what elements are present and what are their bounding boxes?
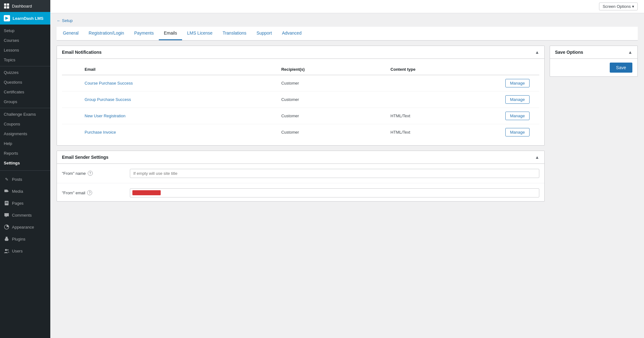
sidebar-item-coupons[interactable]: Coupons: [0, 119, 50, 129]
recipients-col-header: Recipient(s): [277, 64, 386, 75]
appearance-icon: [4, 224, 9, 230]
from-name-label: "From" name ?: [62, 169, 125, 176]
from-email-help-icon[interactable]: ?: [87, 190, 92, 195]
table-row: Group Purchase Success Customer Manage: [62, 91, 539, 108]
manage-cell-3: Manage: [502, 124, 539, 141]
email-name-cell-0: Course Purchase Success: [81, 75, 277, 91]
toggle-cell-3: [62, 124, 81, 141]
email-name-cell-1: Group Purchase Success: [81, 91, 277, 108]
tab-lms-license[interactable]: LMS License: [182, 27, 218, 40]
sidebar-item-dashboard[interactable]: Dashboard: [0, 0, 50, 12]
breadcrumb: ← Setup: [57, 18, 638, 23]
recipients-cell-0: Customer: [277, 75, 386, 91]
sidebar-item-posts[interactable]: ✎ Posts: [0, 173, 50, 185]
save-button[interactable]: Save: [610, 63, 632, 73]
toggle-cell-2: [62, 108, 81, 124]
email-link-1[interactable]: Group Purchase Success: [85, 97, 131, 102]
tab-advanced[interactable]: Advanced: [277, 27, 307, 40]
dashboard-icon: [4, 3, 9, 9]
manage-button-1[interactable]: Manage: [505, 95, 530, 104]
email-notifications-title: Email Notifications: [62, 50, 102, 55]
tab-translations[interactable]: Translations: [218, 27, 252, 40]
svg-rect-12: [5, 238, 8, 241]
save-options-panel: Save Options ▲ Save: [550, 46, 638, 77]
email-table: Email Recipient(s) Content type: [62, 64, 539, 140]
manage-col-header: [502, 64, 539, 75]
email-name-cell-3: Purchase Invoice: [81, 124, 277, 141]
media-icon: [4, 188, 9, 194]
table-row: Course Purchase Success Customer Manage: [62, 75, 539, 91]
sidebar-item-users[interactable]: Users: [0, 245, 50, 257]
sidebar-item-lessons[interactable]: Lessons: [0, 45, 50, 55]
from-name-help-icon[interactable]: ?: [88, 171, 93, 176]
toggle-col-header: [62, 64, 81, 75]
save-options-header: Save Options ▲: [550, 46, 637, 59]
content-type-col-header: Content type: [387, 64, 502, 75]
svg-rect-14: [8, 239, 8, 240]
email-link-0[interactable]: Course Purchase Success: [85, 81, 133, 86]
save-options-collapse-icon[interactable]: ▲: [628, 50, 632, 55]
screen-options-button[interactable]: Screen Options ▾: [599, 3, 638, 10]
sidebar-item-assignments[interactable]: Assignments: [0, 129, 50, 139]
tab-general[interactable]: General: [58, 27, 84, 40]
tab-payments[interactable]: Payments: [129, 27, 159, 40]
save-options-title: Save Options: [555, 50, 583, 55]
collapse-icon[interactable]: ▲: [535, 50, 539, 55]
sidebar-item-questions[interactable]: Questions: [0, 77, 50, 87]
top-bar: Screen Options ▾: [50, 0, 644, 13]
sidebar-item-challenge-exams[interactable]: Challenge Exams: [0, 109, 50, 119]
main-content: Screen Options ▾ ← Setup General Registr…: [50, 0, 644, 338]
tab-support[interactable]: Support: [252, 27, 277, 40]
recipients-cell-2: Customer: [277, 108, 386, 124]
manage-cell-1: Manage: [502, 91, 539, 108]
content-with-panel: Email Notifications ▲ Email Recipient(s)…: [57, 46, 638, 202]
sidebar-item-topics[interactable]: Topics: [0, 55, 50, 65]
sidebar-item-quizzes[interactable]: Quizzes: [0, 68, 50, 77]
breadcrumb-link[interactable]: Setup: [62, 18, 73, 23]
from-name-row: "From" name ?: [57, 164, 544, 183]
users-icon: [4, 248, 9, 254]
sidebar-item-plugins[interactable]: Plugins: [0, 233, 50, 245]
sidebar-item-pages[interactable]: Pages: [0, 197, 50, 209]
svg-marker-6: [8, 190, 9, 192]
sidebar-learndash-label: LearnDash LMS: [13, 16, 43, 21]
from-email-input[interactable]: [130, 188, 539, 197]
manage-button-3[interactable]: Manage: [505, 128, 530, 136]
email-sender-panel: Email Sender Settings ▲ "From" name ?: [57, 151, 545, 202]
plugins-icon: [4, 236, 9, 242]
manage-button-2[interactable]: Manage: [505, 112, 530, 120]
sidebar-comments-label: Comments: [12, 213, 32, 218]
sidebar-divider-2: [0, 108, 50, 108]
sidebar-wp-items: ✎ Posts Media Pages Comments Appearanc: [0, 172, 50, 258]
svg-rect-5: [4, 190, 8, 192]
sidebar-item-appearance[interactable]: Appearance: [0, 221, 50, 233]
sidebar-item-setup[interactable]: Setup: [0, 26, 50, 36]
svg-point-16: [7, 249, 8, 251]
email-link-3[interactable]: Purchase Invoice: [85, 130, 116, 135]
tab-emails[interactable]: Emails: [159, 27, 182, 40]
sidebar-learndash-header[interactable]: LearnDash LMS: [0, 12, 50, 25]
email-notifications-panel: Email Notifications ▲ Email Recipient(s)…: [57, 46, 545, 146]
manage-button-0[interactable]: Manage: [505, 79, 530, 87]
sidebar-item-groups[interactable]: Groups: [0, 97, 50, 107]
sidebar-item-comments[interactable]: Comments: [0, 209, 50, 221]
sidebar-item-media[interactable]: Media: [0, 185, 50, 197]
from-name-input[interactable]: [130, 169, 539, 178]
sidebar-media-label: Media: [12, 189, 23, 194]
content-type-cell-2: HTML/Text: [387, 108, 502, 124]
sidebar-pages-label: Pages: [12, 201, 24, 206]
sidebar-item-help[interactable]: Help: [0, 139, 50, 148]
email-sender-collapse-icon[interactable]: ▲: [535, 155, 539, 160]
sidebar-plugins-label: Plugins: [12, 237, 25, 241]
sidebar-item-certificates[interactable]: Certificates: [0, 87, 50, 97]
sidebar-item-settings[interactable]: Settings: [0, 158, 50, 168]
sidebar-appearance-label: Appearance: [12, 225, 34, 230]
sidebar-item-reports[interactable]: Reports: [0, 148, 50, 158]
sidebar-item-label: Dashboard: [12, 4, 32, 8]
sidebar-item-courses[interactable]: Courses: [0, 36, 50, 45]
email-link-2[interactable]: New User Registration: [85, 114, 125, 118]
content-type-cell-1: [387, 91, 502, 108]
content-type-cell-0: [387, 75, 502, 91]
svg-rect-11: [6, 237, 8, 238]
tab-registration-login[interactable]: Registration/Login: [84, 27, 129, 40]
